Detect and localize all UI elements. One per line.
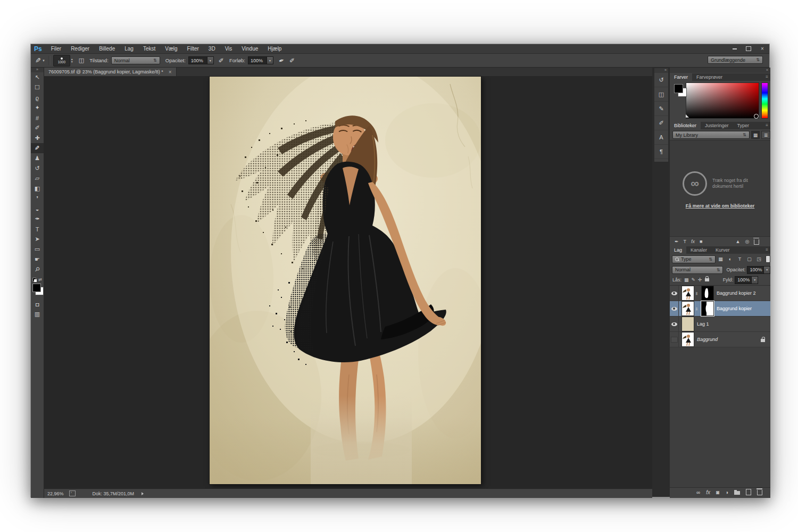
- layer-thumbnail[interactable]: [682, 286, 694, 300]
- device-preview-panel-icon[interactable]: ◫: [654, 87, 668, 102]
- visibility-toggle[interactable]: [670, 332, 679, 347]
- toggle-brush-panel-icon[interactable]: ◫: [79, 57, 84, 63]
- menu-item-billede[interactable]: Billede: [94, 44, 120, 54]
- hue-slider[interactable]: [761, 82, 768, 119]
- layers-opacity-dropdown-icon[interactable]: [764, 266, 770, 274]
- brush-presets-panel-icon[interactable]: ✎: [654, 102, 668, 116]
- clone-source-panel-icon[interactable]: ✐: [654, 116, 668, 130]
- gradient-tool[interactable]: ◧: [31, 184, 44, 194]
- menu-item-vis[interactable]: Vis: [220, 44, 237, 54]
- layer-mask-thumbnail[interactable]: [702, 302, 713, 315]
- add-color-icon[interactable]: ■: [700, 239, 702, 244]
- zoom-tool[interactable]: ⚲: [31, 264, 44, 275]
- lock-position-icon[interactable]: ✛: [698, 277, 702, 282]
- libraries-panel-menu-icon[interactable]: ≡: [766, 122, 770, 129]
- filter-shape-layers-icon[interactable]: ▢: [745, 255, 754, 263]
- blend-mode-select[interactable]: Normal⇅: [111, 56, 160, 64]
- clone-stamp-tool[interactable]: ♟: [31, 153, 44, 163]
- layer-mask-thumbnail[interactable]: [702, 286, 713, 300]
- sync-alert-icon[interactable]: ▲: [736, 239, 741, 244]
- history-panel-icon[interactable]: ↺: [654, 73, 668, 87]
- lasso-tool[interactable]: ϱ: [31, 93, 44, 103]
- opacity-dropdown-icon[interactable]: [207, 56, 214, 64]
- saturation-field[interactable]: [686, 82, 759, 119]
- layer-row[interactable]: Baggrund: [670, 332, 770, 347]
- dock-collapse-icon[interactable]: »: [654, 68, 668, 73]
- add-graphic-icon[interactable]: ✒: [675, 239, 679, 244]
- pen-tool[interactable]: ✒: [31, 214, 44, 224]
- menu-item-filer[interactable]: Filer: [46, 44, 66, 54]
- adjustment-layer-icon[interactable]: ◑: [725, 489, 728, 495]
- menu-item-vælg[interactable]: Vælg: [160, 44, 182, 54]
- grid-view-icon[interactable]: ▦: [751, 131, 760, 139]
- panels-collapse-icon[interactable]: »: [670, 68, 770, 73]
- eyedropper-tool[interactable]: ✐: [31, 123, 44, 133]
- restore-icon[interactable]: [742, 44, 755, 53]
- layers-tab-kurver[interactable]: Kurver: [711, 246, 734, 254]
- lock-all-icon[interactable]: [705, 277, 709, 282]
- opacity-input[interactable]: 100%: [188, 56, 207, 64]
- layer-thumbnail[interactable]: [682, 332, 694, 346]
- layer-style-icon[interactable]: fx: [706, 489, 710, 495]
- sync-status-icon[interactable]: ◎: [745, 239, 749, 244]
- type-tool[interactable]: T: [31, 224, 44, 234]
- lock-pixels-icon[interactable]: ✎: [692, 277, 696, 282]
- filter-smart-objects-icon[interactable]: ◳: [754, 255, 763, 263]
- link-layers-icon[interactable]: ∞: [696, 489, 700, 495]
- menu-item-3d[interactable]: 3D: [204, 44, 220, 54]
- layer-thumbnail[interactable]: [682, 317, 694, 331]
- menu-item-rediger[interactable]: Rediger: [66, 44, 94, 54]
- new-layer-icon[interactable]: [746, 489, 751, 495]
- libraries-tab-justeringer[interactable]: Justeringer: [701, 122, 733, 129]
- screen-mode-icon[interactable]: ▥: [31, 309, 44, 319]
- minimize-icon[interactable]: [728, 44, 742, 53]
- pressure-size-icon[interactable]: ✐: [289, 57, 295, 64]
- layers-opacity-input[interactable]: 100%: [747, 266, 764, 274]
- layer-thumbnail[interactable]: [682, 302, 694, 315]
- quick-selection-tool[interactable]: ✦: [31, 103, 44, 113]
- fill-input[interactable]: 100%: [735, 276, 752, 284]
- lock-transparency-icon[interactable]: ▩: [684, 277, 689, 282]
- airbrush-icon[interactable]: ✒: [278, 56, 285, 64]
- crop-tool[interactable]: #: [31, 113, 44, 123]
- tab-close-icon[interactable]: ×: [169, 69, 172, 75]
- library-select[interactable]: My Library⇅: [672, 131, 750, 139]
- layer-name[interactable]: Baggrund: [697, 337, 718, 342]
- workspace-select[interactable]: Grundlæggende⇅: [708, 56, 763, 64]
- panel-foreground-swatch[interactable]: [674, 84, 683, 93]
- layers-panel-menu-icon[interactable]: ≡: [766, 246, 770, 254]
- menu-item-lag[interactable]: Lag: [120, 44, 138, 54]
- zoom-level-input[interactable]: 22,96%: [47, 491, 64, 496]
- filter-pixel-layers-icon[interactable]: ▦: [716, 255, 725, 263]
- color-tab-farveprøver[interactable]: Farveprøver: [692, 73, 727, 81]
- layer-filter-select[interactable]: Type⇅: [672, 255, 716, 263]
- status-menu-arrow-icon[interactable]: [142, 492, 144, 495]
- foreground-color-swatch[interactable]: [32, 284, 41, 292]
- hand-tool[interactable]: ☛: [31, 254, 44, 264]
- delete-layer-icon[interactable]: [757, 489, 762, 495]
- add-layer-mask-icon[interactable]: ◙: [716, 489, 719, 495]
- close-icon[interactable]: ×: [755, 44, 769, 53]
- dodge-tool[interactable]: ◒: [31, 204, 44, 214]
- color-tab-farver[interactable]: Farver: [670, 73, 692, 81]
- filter-toggle[interactable]: [766, 255, 770, 263]
- filter-type-layers-icon[interactable]: T: [735, 255, 744, 263]
- blur-tool[interactable]: ❜: [31, 194, 44, 204]
- new-group-icon[interactable]: [734, 489, 740, 495]
- fill-dropdown-icon[interactable]: [752, 276, 758, 284]
- visibility-toggle[interactable]: [670, 317, 679, 331]
- layer-name[interactable]: Baggrund kopier 2: [717, 290, 756, 296]
- history-brush-tool[interactable]: ↺: [31, 163, 44, 173]
- add-character-style-icon[interactable]: T: [684, 239, 687, 244]
- visibility-toggle[interactable]: [670, 301, 679, 316]
- tools-collapse-icon[interactable]: »: [31, 68, 44, 72]
- layer-row[interactable]: ∞Baggrund kopier 2: [670, 286, 770, 301]
- menu-item-hjælp[interactable]: Hjælp: [263, 44, 286, 54]
- path-selection-tool[interactable]: ➤: [31, 234, 44, 244]
- layers-tab-kanaler[interactable]: Kanaler: [686, 246, 711, 254]
- layer-row[interactable]: ∞Baggrund kopier: [670, 301, 770, 317]
- move-tool[interactable]: ↖: [31, 72, 44, 82]
- flow-dropdown-icon[interactable]: [267, 56, 273, 64]
- brush-tool[interactable]: ✎: [31, 143, 44, 153]
- filter-adjustment-layers-icon[interactable]: ◐: [726, 255, 735, 263]
